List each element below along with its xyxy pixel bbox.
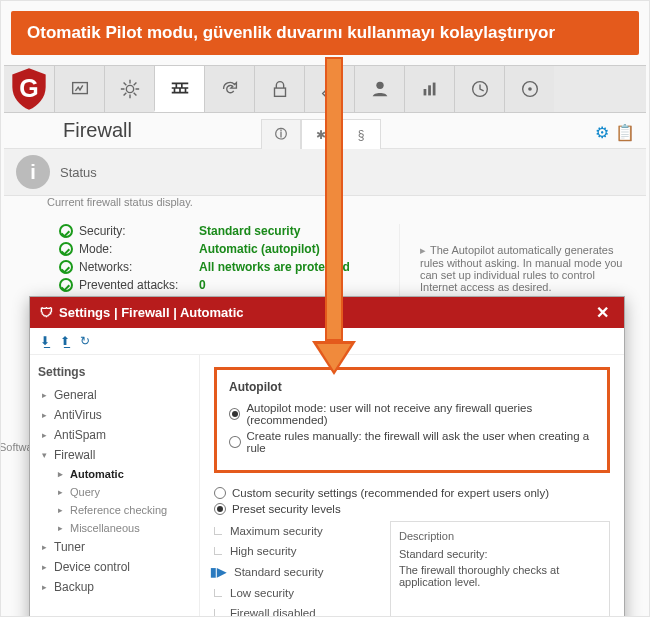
radio-autopilot-mode[interactable]: Autopilot mode: user will not receive an… [229,402,595,426]
radio-label: Custom security settings (recommended fo… [232,487,549,499]
toolbar-backup-icon[interactable] [504,66,554,112]
app-toolbar: G [4,65,646,113]
level-label: Low security [230,587,294,599]
reset-icon[interactable]: ↻ [80,334,90,348]
row-key: Security: [79,224,126,238]
toolbar-schedule-icon[interactable] [454,66,504,112]
subtab-info-icon[interactable]: ⓘ [261,119,301,149]
toolbar-overview-icon[interactable] [54,66,104,112]
import-icon[interactable]: ⬇̲ [40,334,50,348]
check-icon [59,242,73,256]
settings-tree: Settings ▸General ▸AntiVirus ▸AntiSpam ▾… [30,355,200,617]
row-key: Prevented attacks: [79,278,178,292]
status-caption: Current firewall status display. [1,196,649,208]
description-heading: Description [399,530,601,542]
svg-rect-7 [432,83,435,96]
tree-node-reference[interactable]: ▸Reference checking [38,501,191,519]
tree-node-general[interactable]: ▸General [38,385,191,405]
svg-point-4 [376,82,383,89]
description-title: Standard security: [399,548,601,560]
level-label: Standard security [234,566,324,578]
settings-gear-icon[interactable]: ⚙ [595,123,609,142]
toolbar-privacy-icon[interactable] [354,66,404,112]
radio-preset-security[interactable]: Preset security levels [214,503,610,515]
radio-icon [214,503,226,515]
toolbar-update-icon[interactable] [204,66,254,112]
tree-node-automatic[interactable]: ▸Automatic [38,465,191,483]
slider-handle-icon[interactable]: ▮▶ [210,565,226,579]
check-icon [59,278,73,292]
log-icon[interactable]: 📋 [615,123,635,142]
svg-rect-5 [423,89,426,95]
subtab-rules-icon[interactable]: § [341,119,381,149]
svg-point-2 [126,85,133,92]
shield-icon: 🛡 [40,305,53,320]
radio-manual-rules[interactable]: Create rules manually: the firewall will… [229,430,595,454]
toolbar-lock-icon[interactable] [254,66,304,112]
settings-dialog: 🛡 Settings | Firewall | Automatic ✕ ⬇̲ ⬆… [29,296,625,617]
toolbar-firewall-icon[interactable] [154,66,204,112]
export-icon[interactable]: ⬆̲ [60,334,70,348]
dialog-titlebar[interactable]: 🛡 Settings | Firewall | Automatic ✕ [30,297,624,328]
radio-label: Autopilot mode: user will not receive an… [246,402,595,426]
svg-text:G: G [19,74,38,102]
level-label: Maximum security [230,525,323,537]
subtab-config-icon[interactable]: ✱ [301,119,341,149]
dialog-toolbar: ⬇̲ ⬆̲ ↻ [30,328,624,355]
svg-rect-3 [274,88,285,96]
autopilot-heading: Autopilot [229,380,595,394]
row-val: Automatic (autopilot) [199,242,399,256]
level-label: Firewall disabled [230,607,316,617]
row-key: Mode: [79,242,112,256]
radio-label: Create rules manually: the firewall will… [247,430,595,454]
close-icon[interactable]: ✕ [590,303,614,322]
tree-node-firewall[interactable]: ▾Firewall [38,445,191,465]
radio-label: Preset security levels [232,503,341,515]
radio-custom-security[interactable]: Custom security settings (recommended fo… [214,487,610,499]
tree-node-antispam[interactable]: ▸AntiSpam [38,425,191,445]
tree-node-antivirus[interactable]: ▸AntiVirus [38,405,191,425]
row-val: All networks are protected [199,260,399,274]
annotation-banner: Otomatik Pilot modu, güvenlik duvarını k… [11,11,639,55]
row-key: Networks: [79,260,132,274]
check-icon [59,224,73,238]
truncated-background-label: Softwa [0,441,33,453]
description-box: Description Standard security: The firew… [390,521,610,617]
status-heading: Status [60,165,97,180]
radio-icon [229,408,240,420]
tree-node-tuner[interactable]: ▸Tuner [38,537,191,557]
radio-icon [229,436,241,448]
status-section-header: i Status [4,148,646,196]
svg-rect-1 [72,83,87,94]
check-icon [59,260,73,274]
info-badge-icon: i [16,155,50,189]
row-val: Standard security [199,224,399,238]
dialog-breadcrumb: Settings | Firewall | Automatic [59,305,244,320]
toolbar-stats-icon[interactable] [404,66,454,112]
settings-content: Autopilot Autopilot mode: user will not … [200,355,624,617]
module-header: Firewall ⓘ ✱ § ⚙ 📋 [1,113,649,148]
tree-heading: Settings [38,365,191,379]
description-body: The firewall thoroughly checks at applic… [399,564,601,588]
tree-node-query[interactable]: ▸Query [38,483,191,501]
tree-node-backup[interactable]: ▸Backup [38,577,191,597]
radio-icon [214,487,226,499]
app-logo-icon: G [4,66,54,112]
security-level-slider[interactable]: Maximum security High security ▮▶Standar… [214,521,374,617]
row-val: 0 [199,278,399,292]
toolbar-virus-icon[interactable] [104,66,154,112]
tree-node-misc[interactable]: ▸Miscellaneous [38,519,191,537]
level-label: High security [230,545,296,557]
svg-rect-6 [428,85,431,95]
autopilot-highlight-box: Autopilot Autopilot mode: user will not … [214,367,610,473]
svg-point-10 [528,87,532,91]
toolbar-tools-icon[interactable] [304,66,354,112]
tree-node-device[interactable]: ▸Device control [38,557,191,577]
